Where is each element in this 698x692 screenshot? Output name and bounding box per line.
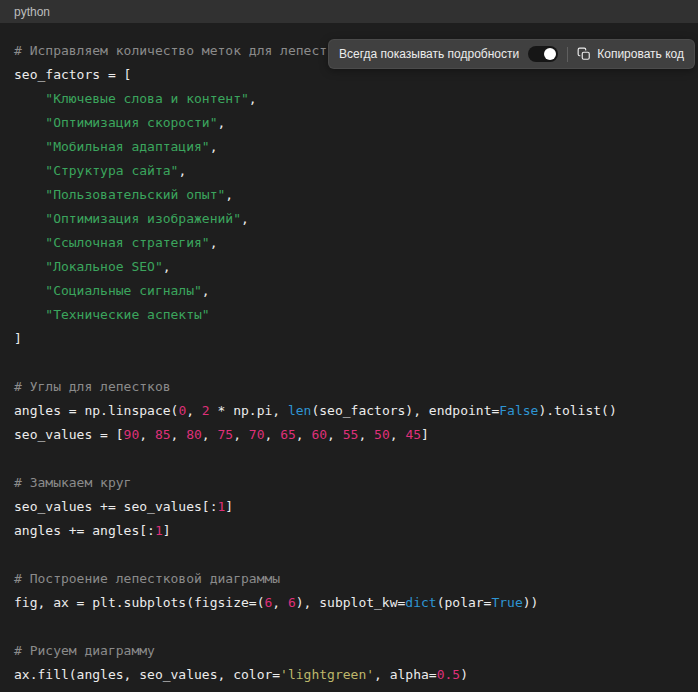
toggle-knob [544,48,556,60]
code-line: ax.fill(angles, seo_values, color='light… [14,663,684,687]
code-token-number: 6 [288,595,296,610]
code-token-plain: , [225,187,233,202]
code-token-plain: ] [163,523,171,538]
code-block-header: python [0,0,698,23]
code-line: seo_values = [90, 85, 80, 75, 70, 65, 60… [14,423,684,447]
code-token-plain: , [171,427,187,442]
code-line: "Социальные сигналы", [14,279,684,303]
code-token-plain: , [272,595,288,610]
code-token-string: "Пользовательский опыт" [45,187,225,202]
code-line: "Ссылочная стратегия", [14,231,684,255]
code-token-number: 60 [311,427,327,442]
code-token-number: 85 [155,427,171,442]
code-token-plain: , [202,283,210,298]
code-token-plain [14,163,45,178]
code-token-plain: , [233,427,249,442]
code-token-string: "Локальное SEO" [45,259,162,274]
code-token-plain [14,259,45,274]
code-token-number: 45 [405,427,421,442]
code-line [14,543,684,567]
code-token-plain: fig, ax = plt.subplots(figsize=( [14,595,264,610]
code-token-plain: , [327,427,343,442]
code-token-number: 50 [374,427,390,442]
code-token-plain: , [218,115,226,130]
code-token-plain: angles = np.linspace( [14,403,178,418]
code-token-plain [14,91,45,106]
code-line: # Углы для лепестков [14,375,684,399]
code-token-comment: # Построение лепестковой диаграммы [14,571,280,586]
copy-icon [577,47,591,61]
copy-code-button[interactable]: Копировать код [577,47,684,61]
code-token-plain [14,283,45,298]
code-token-plain: (polar= [437,595,492,610]
code-line: # Рисуем диаграмму [14,639,684,663]
code-token-number: 0.5 [437,667,460,682]
code-token-plain [14,187,45,202]
code-token-plain: )) [523,595,539,610]
code-token-comment: # Рисуем диаграмму [14,643,155,658]
code-token-plain: , [358,427,374,442]
code-token-plain: , alpha= [374,667,437,682]
code-token-plain: * np.pi, [210,403,288,418]
code-token-string: "Технические аспекты" [45,307,209,322]
code-token-number: 55 [343,427,359,442]
code-line [14,447,684,471]
code-token-string: "Мобильная адаптация" [45,139,209,154]
code-token-string_alt: 'lightgreen' [280,667,374,682]
code-token-plain: ), subplot_kw= [296,595,406,610]
code-token-plain [14,211,45,226]
code-line: "Пользовательский опыт", [14,183,684,207]
code-token-plain: seo_values += seo_values[: [14,499,218,514]
code-line: angles += angles[:1] [14,519,684,543]
code-token-plain: , [241,211,249,226]
code-token-string: "Структура сайта" [45,163,178,178]
code-token-plain: , [186,403,202,418]
code-line: ] [14,327,684,351]
code-token-plain: , [249,91,257,106]
code-line: "Ключевые слова и контент", [14,87,684,111]
code-token-string: "Ключевые слова и контент" [45,91,249,106]
code-token-plain: (seo_factors), endpoint= [311,403,499,418]
code-line: angles = np.linspace(0, 2 * np.pi, len(s… [14,399,684,423]
code-token-plain [14,115,45,130]
code-token-keyword: dict [405,595,436,610]
code-token-number: 80 [186,427,202,442]
code-token-plain: , [178,163,186,178]
details-toggle[interactable] [528,46,558,62]
code-token-number: 65 [280,427,296,442]
code-token-string: "Ссылочная стратегия" [45,235,209,250]
code-token-plain: ] [14,331,22,346]
code-token-plain [14,307,45,322]
code-line: "Технические аспекты" [14,303,684,327]
code-token-string: "Социальные сигналы" [45,283,202,298]
language-label: python [14,5,50,19]
code-line [14,615,684,639]
code-token-plain [14,139,45,154]
code-token-number: 90 [124,427,140,442]
code-token-comment: # Исправляем количество меток для лепест… [14,43,351,58]
code-line: # Замыкаем круг [14,471,684,495]
code-token-number: 1 [155,523,163,538]
code-token-plain: ).tolist() [538,403,616,418]
code-token-plain [14,235,45,250]
code-token-plain: , [390,427,406,442]
code-token-plain: angles += angles[: [14,523,155,538]
code-token-number: 70 [249,427,265,442]
code-token-keyword: len [288,403,311,418]
code-token-plain: ] [421,427,429,442]
code-line: "Мобильная адаптация", [14,135,684,159]
code-token-plain: , [210,139,218,154]
code-token-plain: , [163,259,171,274]
code-toolbar: Всегда показывать подробности Копировать… [328,39,695,69]
code-token-keyword: False [499,403,538,418]
code-token-comment: # Замыкаем круг [14,475,131,490]
code-token-plain: ax.fill(angles, seo_values, color= [14,667,280,682]
code-token-number: 2 [202,403,210,418]
code-token-plain: , [139,427,155,442]
code-token-plain: seo_factors = [ [14,67,131,82]
code-token-plain: ) [460,667,468,682]
code-token-keyword: True [491,595,522,610]
code-token-string: "Оптимизация изображений" [45,211,241,226]
code-token-plain: , [296,427,312,442]
code-line: # Построение лепестковой диаграммы [14,567,684,591]
